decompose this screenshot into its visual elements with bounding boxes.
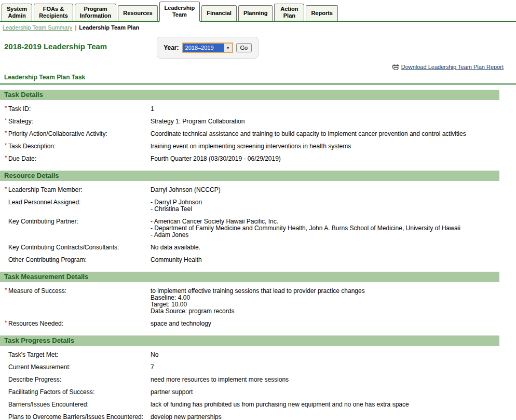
value-line: lack of funding has prohibited us from p… xyxy=(151,401,499,408)
field-row-current-measurement: Current Measurement:7 xyxy=(0,361,516,374)
value-line: training event on implementing screening… xyxy=(151,143,499,150)
download-row: Download Leadership Team Plan Report xyxy=(0,59,516,71)
section-header-task-details: Task Details xyxy=(0,90,499,100)
field-row-describe-progress: Describe Progress:need more resources to… xyxy=(0,374,516,386)
page-title: 2018-2019 Leadership Team xyxy=(4,42,107,51)
field-value: Darryl Johnson (NCCCP) xyxy=(151,187,499,193)
field-row-leadership-team-member: *Leadership Team Member:Darryl Johnson (… xyxy=(0,184,516,197)
field-value: partner support xyxy=(151,389,499,396)
value-line: Baseline: 4.00 xyxy=(151,295,499,301)
page-root: System AdminFOAs & RecipientsProgram Inf… xyxy=(0,0,516,420)
field-row-key-contributing-partner: Key Contributing Partner:- American Canc… xyxy=(0,216,516,242)
value-line: Coordinate technical assistance and trai… xyxy=(151,131,499,137)
required-asterisk: * xyxy=(5,155,7,161)
tab-program-information[interactable]: Program Information xyxy=(75,4,117,21)
year-selector-box: Year: 2018–2019 ▼ Go xyxy=(157,37,259,59)
field-value: 1 xyxy=(151,106,499,113)
field-label: *Strategy: xyxy=(4,118,151,125)
field-value: - American Cancer Society Hawaii Pacific… xyxy=(151,218,499,239)
value-line: develop new partnerships xyxy=(151,414,499,420)
value-line: Data Source: program records xyxy=(151,308,499,315)
value-line: - Department of Family Medicine and Comm… xyxy=(151,225,499,232)
field-value: space and technology xyxy=(151,320,499,327)
field-label: *Measure of Success: xyxy=(4,288,151,315)
field-label: Key Contributing Contracts/Consultants: xyxy=(4,244,151,251)
value-line: - Christina Teel xyxy=(151,206,499,213)
field-value: No xyxy=(151,352,499,358)
value-line: Fourth Quarter 2018 (03/30/2019 - 06/29/… xyxy=(151,156,499,162)
section-header-task-progress-details: Task Progress Details xyxy=(0,335,499,346)
title-row: 2018-2019 Leadership Team Year: 2018–201… xyxy=(0,34,516,59)
chevron-down-icon[interactable]: ▼ xyxy=(224,44,232,52)
field-value: lack of funding has prohibited us from p… xyxy=(151,401,499,408)
tab-action-plan[interactable]: Action Plan xyxy=(274,4,304,21)
tab-leadership-team[interactable]: Leadership Team xyxy=(159,2,200,22)
value-line: partner support xyxy=(151,389,499,396)
section-header-resource-details: Resource Details xyxy=(0,171,499,181)
field-row-task-s-target-met: Task's Target Met:No xyxy=(0,349,516,361)
field-row-facilitating-factors-of-success: Facilitating Factors of Success:partner … xyxy=(0,386,516,399)
field-value: Strategy 1: Program Collaboration xyxy=(151,118,499,125)
field-row-strategy: *Strategy:Strategy 1: Program Collaborat… xyxy=(0,116,516,128)
field-label: *Leadership Team Member: xyxy=(4,187,151,193)
breadcrumb-current: Leadership Team Plan xyxy=(79,24,139,31)
field-value: No data available. xyxy=(151,244,499,251)
section-header-task-measurement-details: Task Measurement Details xyxy=(0,272,499,282)
field-label: *Priority Action/Collaborative Activity: xyxy=(4,131,151,137)
field-label: Plans to Overcome Barriers/Issues Encoun… xyxy=(4,414,151,420)
field-row-barriers-issues-encountered: Barriers/Issues Encountered:lack of fund… xyxy=(0,399,516,411)
year-select[interactable]: 2018–2019 ▼ xyxy=(182,43,233,53)
field-row-task-description: *Task Description:training event on impl… xyxy=(0,141,516,153)
value-line: 1 xyxy=(151,106,499,113)
field-row-other-contributing-program: Other Contributing Program:Community Hea… xyxy=(0,254,516,267)
tab-reports[interactable]: Reports xyxy=(306,5,338,21)
value-line: - Darryl P Johnson xyxy=(151,199,499,206)
value-line: No xyxy=(151,352,499,358)
tab-system-admin[interactable]: System Admin xyxy=(2,4,32,21)
field-value: Fourth Quarter 2018 (03/30/2019 - 06/29/… xyxy=(151,156,499,162)
field-row-lead-personnel-assigned: Lead Personnel Assigned:- Darryl P Johns… xyxy=(0,197,516,216)
year-label: Year: xyxy=(164,44,179,51)
field-row-resources-needed: *Resources Needed:space and technology xyxy=(0,318,516,330)
field-label: Current Measurement: xyxy=(4,364,151,371)
field-value: Community Health xyxy=(151,257,499,263)
value-line: need more resources to implement more se… xyxy=(151,376,499,383)
required-asterisk: * xyxy=(5,105,7,111)
field-value: to implement effective training sessions… xyxy=(151,288,499,315)
year-select-value: 2018–2019 xyxy=(183,44,224,52)
required-asterisk: * xyxy=(5,186,7,192)
breadcrumb-link[interactable]: Leadership Team Summary xyxy=(3,24,72,31)
printer-icon xyxy=(392,64,399,70)
field-label: Other Contributing Program: xyxy=(4,257,151,263)
value-line: Darryl Johnson (NCCCP) xyxy=(151,187,499,193)
tab-planning[interactable]: Planning xyxy=(238,5,273,21)
go-button[interactable]: Go xyxy=(236,43,252,52)
tab-foas-recipients[interactable]: FOAs & Recipients xyxy=(34,4,73,21)
tab-bar: System AdminFOAs & RecipientsProgram Inf… xyxy=(0,0,516,22)
sections-container: Task Details*Task ID:1*Strategy:Strategy… xyxy=(0,90,516,420)
field-value: - Darryl P Johnson- Christina Teel xyxy=(151,199,499,213)
value-line: No data available. xyxy=(151,244,499,251)
field-label: *Task ID: xyxy=(4,106,151,113)
required-asterisk: * xyxy=(5,117,7,124)
field-row-plans-to-overcome-barriers-issues-encountered: Plans to Overcome Barriers/Issues Encoun… xyxy=(0,411,516,420)
field-value: develop new partnerships xyxy=(151,414,499,420)
field-label: Lead Personnel Assigned: xyxy=(4,199,151,213)
field-value: need more resources to implement more se… xyxy=(151,376,499,383)
tab-resources[interactable]: Resources xyxy=(118,5,157,21)
field-label: Task's Target Met: xyxy=(4,352,151,358)
value-line: 7 xyxy=(151,364,499,371)
value-line: Strategy 1: Program Collaboration xyxy=(151,118,499,125)
breadcrumb-separator: | xyxy=(74,24,77,31)
value-line: space and technology xyxy=(151,320,499,327)
breadcrumb: Leadership Team Summary | Leadership Tea… xyxy=(0,22,516,34)
tab-financial[interactable]: Financial xyxy=(201,5,237,21)
field-value: 7 xyxy=(151,364,499,371)
field-row-priority-action-collaborative-activity: *Priority Action/Collaborative Activity:… xyxy=(0,128,516,141)
field-value: Coordinate technical assistance and trai… xyxy=(151,131,499,137)
field-label: Key Contributing Partner: xyxy=(4,218,151,239)
download-report-link[interactable]: Download Leadership Team Plan Report xyxy=(401,64,504,70)
plan-task-title: Leadership Team Plan Task xyxy=(0,72,516,85)
field-label: *Task Description: xyxy=(4,143,151,150)
field-value: training event on implementing screening… xyxy=(151,143,499,150)
